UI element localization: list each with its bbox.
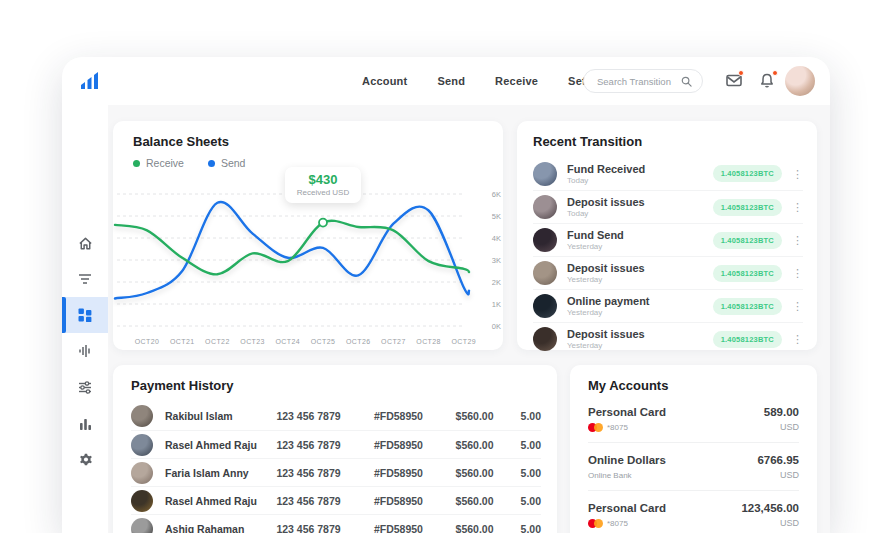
kebab-menu-icon[interactable]: ⋮	[792, 334, 803, 344]
sidebar-item-filter[interactable]	[62, 261, 108, 297]
user-avatar[interactable]	[785, 66, 815, 96]
card-title: Payment History	[131, 378, 541, 393]
payment-phone: 123 456 7879	[276, 495, 373, 507]
sidebar-item-sliders[interactable]	[62, 369, 108, 405]
transition-row[interactable]: Deposit issuesYesterday1.4058123BTC⋮	[533, 322, 803, 355]
payment-fee: 5.00	[521, 467, 541, 479]
app-window: Account Send Receive Setting	[62, 57, 830, 533]
sidebar-item-home[interactable]	[62, 225, 108, 261]
payment-phone: 123 456 7879	[276, 439, 373, 451]
logo-bars-icon[interactable]	[78, 69, 104, 93]
mail-icon[interactable]	[726, 73, 742, 87]
account-item[interactable]: Personal Card*8075123,456.00USD	[588, 491, 799, 533]
nav-receive[interactable]: Receive	[495, 75, 538, 87]
kebab-menu-icon[interactable]: ⋮	[792, 235, 803, 245]
balance-chart[interactable]: $430 Received USD 6K5K4K3K2K1K0KOCT20OCT…	[113, 179, 503, 350]
sidebar-item-bar-chart[interactable]	[62, 405, 108, 441]
transition-time: Today	[567, 176, 713, 185]
account-item[interactable]: Personal Card*8075589.00USD	[588, 395, 799, 443]
kebab-menu-icon[interactable]: ⋮	[792, 268, 803, 278]
transition-time: Yesterday	[567, 242, 713, 251]
avatar	[131, 490, 153, 512]
svg-text:0K: 0K	[492, 322, 501, 331]
transition-row[interactable]: Fund SendYesterday1.4058123BTC⋮	[533, 223, 803, 256]
account-name: Personal Card	[588, 502, 666, 514]
payment-row[interactable]: Ashiq Rahaman123 456 7879#FD58950$560.00…	[131, 514, 541, 533]
card-last-digits: *8075	[607, 519, 628, 528]
payment-ref: #FD58950	[374, 467, 456, 479]
account-amount: 589.00	[764, 406, 799, 418]
payment-ref: #FD58950	[374, 523, 456, 533]
payment-fee: 5.00	[521, 495, 541, 507]
notification-dot	[772, 70, 778, 76]
account-amount: 6766.95	[757, 454, 799, 466]
transition-row[interactable]: Deposit issuesYesterday1.4058123BTC⋮	[533, 256, 803, 289]
my-accounts-card: My Accounts Personal Card*8075589.00USDO…	[570, 365, 817, 533]
transition-time: Yesterday	[567, 275, 713, 284]
search-icon	[681, 76, 692, 87]
payment-table: Rakibul Islam123 456 7879#FD58950$560.00…	[131, 402, 541, 533]
kebab-menu-icon[interactable]: ⋮	[792, 202, 803, 212]
svg-text:OCT20: OCT20	[135, 338, 160, 345]
transition-title: Fund Send	[567, 229, 713, 241]
legend-label: Send	[221, 157, 246, 169]
amount-badge: 1.4058123BTC	[713, 265, 782, 282]
transition-info: Online paymentYesterday	[567, 295, 713, 317]
sidebar-item-settings[interactable]	[62, 441, 108, 477]
sidebar-item-dashboard[interactable]	[62, 297, 108, 333]
payment-row[interactable]: Rasel Ahmed Raju123 456 7879#FD58950$560…	[131, 486, 541, 514]
payer-name: Rasel Ahmed Raju	[165, 439, 276, 451]
svg-text:6K: 6K	[492, 190, 501, 199]
card-title: Balance Sheets	[133, 134, 503, 149]
recent-transition-card: Recent Transition Fund ReceivedToday1.40…	[517, 121, 817, 350]
kebab-menu-icon[interactable]: ⋮	[792, 301, 803, 311]
legend-dot	[208, 160, 215, 167]
payment-fee: 5.00	[521, 439, 541, 451]
top-navbar: Account Send Receive Setting	[62, 57, 830, 105]
svg-text:OCT24: OCT24	[276, 338, 301, 345]
transition-row[interactable]: Online paymentYesterday1.4058123BTC⋮	[533, 289, 803, 322]
transition-time: Yesterday	[567, 341, 713, 350]
payment-phone: 123 456 7879	[276, 523, 373, 533]
transition-row[interactable]: Fund ReceivedToday1.4058123BTC⋮	[533, 157, 803, 190]
account-currency: USD	[741, 518, 799, 528]
amount-badge: 1.4058123BTC	[713, 331, 782, 348]
balance-sheets-card: Balance Sheets ReceiveSend $430 Received…	[113, 121, 503, 350]
account-bank: Online Bank	[588, 471, 632, 480]
account-left: Personal Card*8075	[588, 502, 666, 528]
bell-icon[interactable]	[760, 73, 776, 87]
payer-name: Rasel Ahmed Raju	[165, 495, 276, 507]
payment-phone: 123 456 7879	[276, 467, 373, 479]
legend-receive[interactable]: Receive	[133, 157, 184, 169]
payment-amount: $560.00	[456, 439, 521, 451]
transition-info: Fund SendYesterday	[567, 229, 713, 251]
transition-row[interactable]: Deposit issuesToday1.4058123BTC⋮	[533, 190, 803, 223]
svg-text:OCT29: OCT29	[452, 338, 477, 345]
svg-text:OCT22: OCT22	[205, 338, 230, 345]
tooltip-amount: $430	[289, 172, 357, 187]
legend-send[interactable]: Send	[208, 157, 246, 169]
payment-amount: $560.00	[456, 467, 521, 479]
account-left: Personal Card*8075	[588, 406, 666, 432]
payment-fee: 5.00	[521, 523, 541, 533]
dashboard-icon	[78, 308, 92, 322]
payment-history-card: Payment History Rakibul Islam123 456 787…	[113, 365, 557, 533]
payment-row[interactable]: Faria Islam Anny123 456 7879#FD58950$560…	[131, 458, 541, 486]
payment-row[interactable]: Rasel Ahmed Raju123 456 7879#FD58950$560…	[131, 430, 541, 458]
nav-send[interactable]: Send	[437, 75, 465, 87]
kebab-menu-icon[interactable]: ⋮	[792, 169, 803, 179]
search-box[interactable]	[583, 69, 703, 93]
svg-text:OCT27: OCT27	[381, 338, 406, 345]
accounts-list: Personal Card*8075589.00USDOnline Dollar…	[588, 395, 799, 533]
transition-title: Fund Received	[567, 163, 713, 175]
notification-dot	[738, 70, 744, 76]
sidebar-item-equalizer[interactable]	[62, 333, 108, 369]
account-item[interactable]: Online DollarsOnline Bank6766.95USD	[588, 443, 799, 491]
search-input[interactable]	[597, 76, 681, 87]
account-left: Online DollarsOnline Bank	[588, 454, 666, 480]
account-amount: 123,456.00	[741, 502, 799, 514]
payment-row[interactable]: Rakibul Islam123 456 7879#FD58950$560.00…	[131, 402, 541, 430]
nav-account[interactable]: Account	[362, 75, 407, 87]
avatar	[131, 405, 153, 427]
payment-phone: 123 456 7879	[276, 410, 373, 422]
